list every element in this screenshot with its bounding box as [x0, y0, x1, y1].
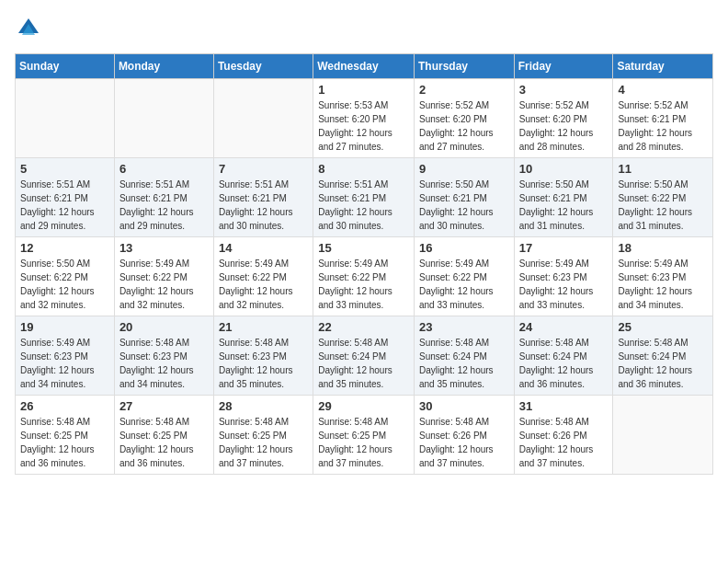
day-info: Sunrise: 5:51 AM Sunset: 6:21 PM Dayligh…: [20, 178, 109, 233]
calendar-day-27: 27Sunrise: 5:48 AM Sunset: 6:25 PM Dayli…: [114, 396, 213, 475]
day-info: Sunrise: 5:50 AM Sunset: 6:21 PM Dayligh…: [419, 178, 509, 233]
calendar-empty-cell: [213, 79, 313, 158]
day-info: Sunrise: 5:48 AM Sunset: 6:25 PM Dayligh…: [318, 415, 409, 470]
day-number: 12: [20, 241, 109, 255]
calendar-day-23: 23Sunrise: 5:48 AM Sunset: 6:24 PM Dayli…: [414, 316, 514, 396]
calendar-day-2: 2Sunrise: 5:52 AM Sunset: 6:20 PM Daylig…: [414, 79, 514, 158]
day-info: Sunrise: 5:48 AM Sunset: 6:24 PM Dayligh…: [318, 336, 409, 391]
calendar-week-row: 12Sunrise: 5:50 AM Sunset: 6:22 PM Dayli…: [16, 237, 713, 316]
calendar-day-9: 9Sunrise: 5:50 AM Sunset: 6:21 PM Daylig…: [414, 158, 514, 237]
day-info: Sunrise: 5:51 AM Sunset: 6:21 PM Dayligh…: [119, 178, 209, 233]
day-number: 29: [318, 399, 409, 413]
calendar-day-12: 12Sunrise: 5:50 AM Sunset: 6:22 PM Dayli…: [16, 237, 115, 316]
calendar-day-1: 1Sunrise: 5:53 AM Sunset: 6:20 PM Daylig…: [313, 79, 415, 158]
calendar-week-row: 5Sunrise: 5:51 AM Sunset: 6:21 PM Daylig…: [16, 158, 713, 237]
day-info: Sunrise: 5:53 AM Sunset: 6:20 PM Dayligh…: [318, 98, 409, 154]
day-info: Sunrise: 5:52 AM Sunset: 6:20 PM Dayligh…: [419, 98, 509, 154]
day-info: Sunrise: 5:48 AM Sunset: 6:24 PM Dayligh…: [618, 336, 708, 391]
calendar-day-8: 8Sunrise: 5:51 AM Sunset: 6:21 PM Daylig…: [313, 158, 415, 237]
logo-icon: [15, 15, 42, 42]
day-number: 7: [219, 162, 308, 176]
day-header-monday: Monday: [114, 54, 213, 79]
day-number: 9: [419, 162, 509, 176]
day-info: Sunrise: 5:48 AM Sunset: 6:26 PM Dayligh…: [519, 415, 609, 470]
logo: [15, 15, 46, 42]
day-number: 16: [419, 241, 509, 255]
day-number: 4: [618, 83, 708, 97]
calendar-header-row: SundayMondayTuesdayWednesdayThursdayFrid…: [16, 54, 713, 79]
day-info: Sunrise: 5:49 AM Sunset: 6:23 PM Dayligh…: [20, 336, 109, 391]
day-info: Sunrise: 5:48 AM Sunset: 6:23 PM Dayligh…: [219, 336, 308, 391]
calendar-day-14: 14Sunrise: 5:49 AM Sunset: 6:22 PM Dayli…: [213, 237, 313, 316]
day-info: Sunrise: 5:48 AM Sunset: 6:25 PM Dayligh…: [20, 415, 109, 470]
day-info: Sunrise: 5:50 AM Sunset: 6:22 PM Dayligh…: [20, 257, 109, 312]
day-info: Sunrise: 5:49 AM Sunset: 6:22 PM Dayligh…: [219, 257, 308, 312]
calendar-week-row: 26Sunrise: 5:48 AM Sunset: 6:25 PM Dayli…: [16, 396, 713, 475]
calendar-day-11: 11Sunrise: 5:50 AM Sunset: 6:22 PM Dayli…: [613, 158, 713, 237]
day-number: 28: [219, 399, 308, 413]
day-info: Sunrise: 5:50 AM Sunset: 6:21 PM Dayligh…: [519, 178, 609, 233]
day-number: 20: [119, 320, 209, 334]
day-info: Sunrise: 5:49 AM Sunset: 6:22 PM Dayligh…: [119, 257, 209, 312]
calendar-day-6: 6Sunrise: 5:51 AM Sunset: 6:21 PM Daylig…: [114, 158, 213, 237]
day-info: Sunrise: 5:52 AM Sunset: 6:20 PM Dayligh…: [519, 98, 609, 154]
day-number: 30: [419, 399, 509, 413]
day-info: Sunrise: 5:48 AM Sunset: 6:24 PM Dayligh…: [519, 336, 609, 391]
day-info: Sunrise: 5:48 AM Sunset: 6:23 PM Dayligh…: [119, 336, 209, 391]
day-info: Sunrise: 5:48 AM Sunset: 6:25 PM Dayligh…: [119, 415, 209, 470]
calendar-day-21: 21Sunrise: 5:48 AM Sunset: 6:23 PM Dayli…: [213, 316, 313, 396]
day-number: 8: [318, 162, 409, 176]
day-number: 10: [519, 162, 609, 176]
calendar-day-24: 24Sunrise: 5:48 AM Sunset: 6:24 PM Dayli…: [514, 316, 613, 396]
day-number: 14: [219, 241, 308, 255]
calendar-day-17: 17Sunrise: 5:49 AM Sunset: 6:23 PM Dayli…: [514, 237, 613, 316]
day-number: 21: [219, 320, 308, 334]
calendar-day-7: 7Sunrise: 5:51 AM Sunset: 6:21 PM Daylig…: [213, 158, 313, 237]
calendar-day-18: 18Sunrise: 5:49 AM Sunset: 6:23 PM Dayli…: [613, 237, 713, 316]
day-number: 18: [618, 241, 708, 255]
day-number: 25: [618, 320, 708, 334]
day-info: Sunrise: 5:51 AM Sunset: 6:21 PM Dayligh…: [219, 178, 308, 233]
day-number: 19: [20, 320, 109, 334]
day-number: 11: [618, 162, 708, 176]
calendar-empty-cell: [16, 79, 115, 158]
calendar-day-10: 10Sunrise: 5:50 AM Sunset: 6:21 PM Dayli…: [514, 158, 613, 237]
day-number: 31: [519, 399, 609, 413]
day-info: Sunrise: 5:48 AM Sunset: 6:26 PM Dayligh…: [419, 415, 509, 470]
day-header-friday: Friday: [514, 54, 613, 79]
day-number: 13: [119, 241, 209, 255]
day-header-sunday: Sunday: [16, 54, 115, 79]
day-header-wednesday: Wednesday: [313, 54, 415, 79]
day-number: 23: [419, 320, 509, 334]
day-number: 22: [318, 320, 409, 334]
day-number: 15: [318, 241, 409, 255]
day-info: Sunrise: 5:48 AM Sunset: 6:24 PM Dayligh…: [419, 336, 509, 391]
day-number: 24: [519, 320, 609, 334]
day-number: 3: [519, 83, 609, 97]
calendar-day-15: 15Sunrise: 5:49 AM Sunset: 6:22 PM Dayli…: [313, 237, 415, 316]
day-info: Sunrise: 5:49 AM Sunset: 6:23 PM Dayligh…: [519, 257, 609, 312]
day-info: Sunrise: 5:49 AM Sunset: 6:22 PM Dayligh…: [419, 257, 509, 312]
calendar-week-row: 1Sunrise: 5:53 AM Sunset: 6:20 PM Daylig…: [16, 79, 713, 158]
calendar-day-16: 16Sunrise: 5:49 AM Sunset: 6:22 PM Dayli…: [414, 237, 514, 316]
calendar-day-30: 30Sunrise: 5:48 AM Sunset: 6:26 PM Dayli…: [414, 396, 514, 475]
calendar-day-20: 20Sunrise: 5:48 AM Sunset: 6:23 PM Dayli…: [114, 316, 213, 396]
calendar-empty-cell: [613, 396, 713, 475]
day-number: 26: [20, 399, 109, 413]
calendar-day-29: 29Sunrise: 5:48 AM Sunset: 6:25 PM Dayli…: [313, 396, 415, 475]
day-header-saturday: Saturday: [613, 54, 713, 79]
day-info: Sunrise: 5:52 AM Sunset: 6:21 PM Dayligh…: [618, 98, 708, 154]
calendar-empty-cell: [114, 79, 213, 158]
day-info: Sunrise: 5:49 AM Sunset: 6:22 PM Dayligh…: [318, 257, 409, 312]
day-number: 5: [20, 162, 109, 176]
day-number: 6: [119, 162, 209, 176]
calendar-day-22: 22Sunrise: 5:48 AM Sunset: 6:24 PM Dayli…: [313, 316, 415, 396]
calendar-day-3: 3Sunrise: 5:52 AM Sunset: 6:20 PM Daylig…: [514, 79, 613, 158]
calendar-day-19: 19Sunrise: 5:49 AM Sunset: 6:23 PM Dayli…: [16, 316, 115, 396]
calendar-day-31: 31Sunrise: 5:48 AM Sunset: 6:26 PM Dayli…: [514, 396, 613, 475]
day-number: 27: [119, 399, 209, 413]
calendar-week-row: 19Sunrise: 5:49 AM Sunset: 6:23 PM Dayli…: [16, 316, 713, 396]
day-info: Sunrise: 5:51 AM Sunset: 6:21 PM Dayligh…: [318, 178, 409, 233]
day-info: Sunrise: 5:49 AM Sunset: 6:23 PM Dayligh…: [618, 257, 708, 312]
calendar-table: SundayMondayTuesdayWednesdayThursdayFrid…: [15, 53, 713, 475]
